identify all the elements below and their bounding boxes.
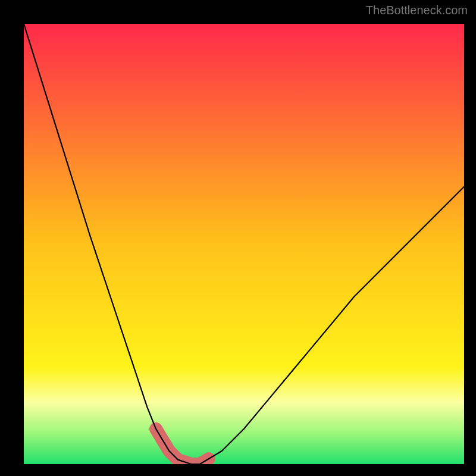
gradient-background bbox=[24, 24, 464, 464]
bottleneck-curve-svg bbox=[24, 24, 464, 464]
watermark-text: TheBottleneck.com bbox=[366, 4, 468, 17]
plot-area bbox=[24, 24, 464, 464]
chart-frame: TheBottleneck.com bbox=[0, 0, 476, 476]
